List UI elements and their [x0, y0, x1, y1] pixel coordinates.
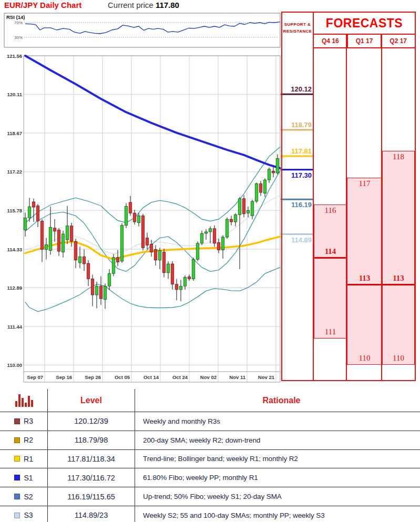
candle-down [141, 216, 145, 248]
level-key-cell: S3 [0, 506, 48, 522]
bollinger-lower-line [25, 268, 280, 312]
bar-chart-icon [14, 393, 33, 408]
candle-down [53, 228, 56, 231]
candle-up [234, 214, 237, 222]
level-rationale: Trend-line; Bollinger band; weekly R1; m… [135, 450, 420, 468]
level-key: S2 [24, 493, 33, 501]
level-rationale: Weekly and monthly R3s [135, 412, 420, 431]
candle-down [272, 171, 275, 173]
x-axis-label: Sep 07 [27, 374, 43, 380]
candle-up [196, 243, 199, 260]
level-key: R2 [24, 436, 33, 444]
candle-up [45, 244, 48, 249]
forecast-quarter-label: Q1 17 [347, 35, 381, 47]
forecast-point-line [382, 284, 415, 285]
y-axis-label: 114.33 [7, 247, 22, 252]
level-key: R3 [24, 417, 33, 425]
levels-table: Level Rationale R3120.12/39Weekly and mo… [0, 389, 420, 522]
candle-down [242, 199, 245, 214]
forecast-quarter-label: Q2 17 [381, 35, 415, 47]
candle-down [171, 264, 174, 284]
candle-down [36, 206, 39, 221]
table-row: R2118.79/98200-day SMA; weekly R2; down-… [0, 431, 420, 449]
candle-down [57, 230, 60, 251]
x-axis-label: Sep 26 [85, 374, 101, 380]
level-value: 114.89/23 [48, 506, 135, 522]
forecasts-title: FORECASTS [314, 13, 415, 35]
candle-up [49, 227, 52, 250]
rsi-threshold-label: 30% [14, 35, 23, 40]
candle-up [167, 264, 170, 273]
level-key-cell: R3 [0, 412, 48, 431]
candle-up [137, 216, 140, 222]
level-key-cell: S1 [0, 468, 48, 487]
candle-up [104, 286, 107, 299]
forecast-low-label: 110 [382, 354, 415, 363]
rsi-label: RSI (14) [6, 14, 25, 20]
candle-up [78, 257, 81, 263]
y-axis-label: 120.11 [7, 91, 22, 97]
candle-up [125, 207, 128, 226]
level-color-swatch [14, 418, 20, 424]
x-axis-label: Oct 24 [172, 374, 188, 380]
level-color-swatch [14, 475, 20, 480]
level-rationale: 61.80% Fibo; weekly PP; monthly R1 [135, 468, 420, 487]
candle-down [40, 221, 44, 250]
level-color-swatch [14, 494, 20, 499]
level-key-cell: S2 [0, 487, 48, 506]
candle-up [251, 201, 254, 216]
table-row: S2116.19/115.65Up-trend; 50% Fibo; weekl… [0, 487, 420, 506]
candle-down [91, 279, 94, 295]
plot-frame [24, 56, 280, 372]
candle-up [268, 169, 271, 180]
level-rationale: 200-day SMA; weekly R2; down-trend [135, 431, 420, 449]
rationale-column-header: Rationale [135, 389, 420, 412]
candle-up [247, 210, 250, 213]
forecast-column-divider [346, 34, 347, 381]
level-key: S3 [24, 511, 33, 519]
y-axis-label: 112.89 [7, 285, 22, 291]
forecast-high-label: 116 [314, 206, 347, 215]
sma-200-line [25, 56, 280, 168]
x-axis-label: Nov 02 [200, 374, 217, 380]
rsi-panel [4, 13, 280, 47]
forecast-range-box [347, 178, 382, 365]
forecast-quarter-label: Q4 16 [314, 35, 347, 47]
candle-down [129, 202, 132, 213]
y-axis-label: 110.00 [7, 362, 22, 368]
forecast-low-label: 110 [347, 354, 382, 363]
level-value: 118.79/98 [48, 431, 135, 449]
candle-down [99, 286, 103, 299]
candle-up [62, 234, 65, 252]
forecast-point-label: 113 [382, 274, 415, 283]
candle-down [259, 183, 262, 192]
forecast-point-label: 113 [347, 274, 382, 283]
candle-down [217, 242, 220, 250]
candle-down [150, 244, 153, 252]
candle-down [133, 213, 136, 222]
candle-up [238, 199, 241, 215]
candle-up [204, 232, 208, 233]
table-row: R3120.12/39Weekly and monthly R3s [0, 412, 420, 431]
forecast-low-label: 111 [314, 327, 347, 336]
level-value: 117.30/116.72 [48, 468, 135, 487]
forecast-range-box [382, 151, 415, 365]
candle-down [74, 241, 77, 260]
candle-down [154, 250, 157, 260]
level-key-cell: R2 [0, 431, 48, 449]
candle-down [32, 202, 35, 207]
candle-down [213, 229, 216, 243]
candle-up [112, 258, 115, 274]
forecast-quarter-row: Q4 16Q1 17Q2 17 [314, 35, 415, 48]
candle-down [162, 252, 166, 273]
sma-20-line [25, 171, 280, 271]
candle-up [28, 207, 31, 218]
level-value: 116.19/115.65 [48, 487, 135, 506]
candle-down [87, 263, 90, 279]
forecast-high-label: 118 [382, 152, 415, 161]
level-color-swatch [14, 456, 20, 462]
candle-up [255, 183, 258, 201]
support-resistance-header: SUPPORT & RESISTANCE [282, 13, 313, 35]
table-row: R1117.81/118.34Trend-line; Bollinger ban… [0, 449, 420, 468]
forecast-point-line [314, 257, 347, 259]
